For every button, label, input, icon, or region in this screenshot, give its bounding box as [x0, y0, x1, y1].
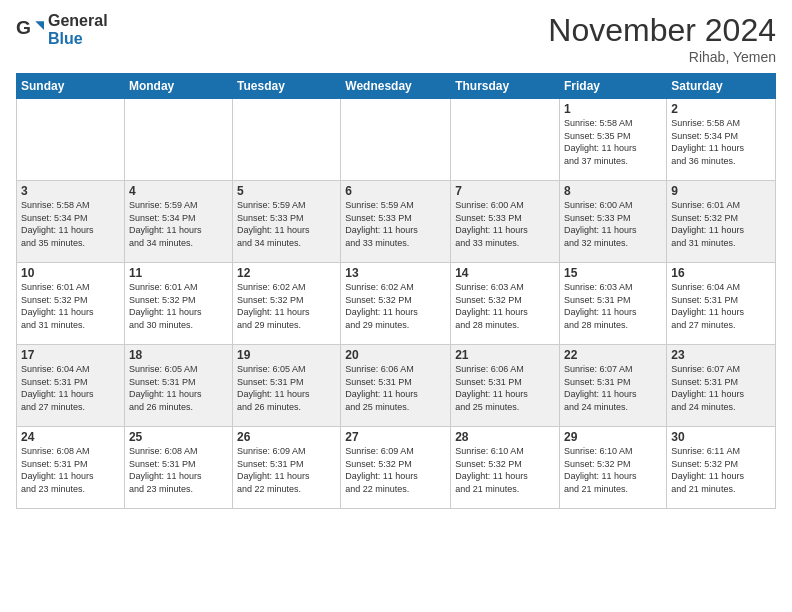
- title-block: November 2024 Rihab, Yemen: [548, 12, 776, 65]
- day-info: Sunrise: 6:01 AMSunset: 5:32 PMDaylight:…: [21, 281, 120, 331]
- calendar-cell: 8Sunrise: 6:00 AMSunset: 5:33 PMDaylight…: [560, 181, 667, 263]
- day-info: Sunrise: 5:59 AMSunset: 5:33 PMDaylight:…: [345, 199, 446, 249]
- day-number: 29: [564, 430, 662, 444]
- day-number: 11: [129, 266, 228, 280]
- calendar-cell: 2Sunrise: 5:58 AMSunset: 5:34 PMDaylight…: [667, 99, 776, 181]
- calendar-cell: [124, 99, 232, 181]
- calendar-cell: 22Sunrise: 6:07 AMSunset: 5:31 PMDayligh…: [560, 345, 667, 427]
- weekday-header-monday: Monday: [124, 74, 232, 99]
- calendar-cell: 16Sunrise: 6:04 AMSunset: 5:31 PMDayligh…: [667, 263, 776, 345]
- day-number: 22: [564, 348, 662, 362]
- calendar-cell: [233, 99, 341, 181]
- week-row-3: 10Sunrise: 6:01 AMSunset: 5:32 PMDayligh…: [17, 263, 776, 345]
- day-number: 25: [129, 430, 228, 444]
- day-info: Sunrise: 6:00 AMSunset: 5:33 PMDaylight:…: [455, 199, 555, 249]
- day-info: Sunrise: 6:03 AMSunset: 5:32 PMDaylight:…: [455, 281, 555, 331]
- calendar-cell: [17, 99, 125, 181]
- calendar-cell: 11Sunrise: 6:01 AMSunset: 5:32 PMDayligh…: [124, 263, 232, 345]
- day-info: Sunrise: 6:05 AMSunset: 5:31 PMDaylight:…: [237, 363, 336, 413]
- weekday-header-sunday: Sunday: [17, 74, 125, 99]
- calendar-cell: 9Sunrise: 6:01 AMSunset: 5:32 PMDaylight…: [667, 181, 776, 263]
- day-info: Sunrise: 6:00 AMSunset: 5:33 PMDaylight:…: [564, 199, 662, 249]
- day-number: 13: [345, 266, 446, 280]
- weekday-header-friday: Friday: [560, 74, 667, 99]
- day-info: Sunrise: 6:06 AMSunset: 5:31 PMDaylight:…: [455, 363, 555, 413]
- logo-icon: G: [16, 16, 44, 44]
- day-number: 14: [455, 266, 555, 280]
- day-number: 15: [564, 266, 662, 280]
- day-number: 6: [345, 184, 446, 198]
- month-title: November 2024: [548, 12, 776, 49]
- day-number: 26: [237, 430, 336, 444]
- calendar-cell: 7Sunrise: 6:00 AMSunset: 5:33 PMDaylight…: [451, 181, 560, 263]
- day-number: 23: [671, 348, 771, 362]
- calendar-cell: 29Sunrise: 6:10 AMSunset: 5:32 PMDayligh…: [560, 427, 667, 509]
- day-number: 7: [455, 184, 555, 198]
- day-info: Sunrise: 6:08 AMSunset: 5:31 PMDaylight:…: [21, 445, 120, 495]
- day-number: 18: [129, 348, 228, 362]
- day-info: Sunrise: 6:07 AMSunset: 5:31 PMDaylight:…: [671, 363, 771, 413]
- calendar-cell: 20Sunrise: 6:06 AMSunset: 5:31 PMDayligh…: [341, 345, 451, 427]
- calendar-cell: 6Sunrise: 5:59 AMSunset: 5:33 PMDaylight…: [341, 181, 451, 263]
- day-number: 9: [671, 184, 771, 198]
- day-number: 30: [671, 430, 771, 444]
- calendar-cell: 4Sunrise: 5:59 AMSunset: 5:34 PMDaylight…: [124, 181, 232, 263]
- day-info: Sunrise: 6:08 AMSunset: 5:31 PMDaylight:…: [129, 445, 228, 495]
- day-number: 12: [237, 266, 336, 280]
- day-info: Sunrise: 6:09 AMSunset: 5:32 PMDaylight:…: [345, 445, 446, 495]
- day-number: 8: [564, 184, 662, 198]
- day-info: Sunrise: 6:04 AMSunset: 5:31 PMDaylight:…: [21, 363, 120, 413]
- day-number: 27: [345, 430, 446, 444]
- day-number: 21: [455, 348, 555, 362]
- calendar-cell: [451, 99, 560, 181]
- calendar-cell: 25Sunrise: 6:08 AMSunset: 5:31 PMDayligh…: [124, 427, 232, 509]
- day-number: 17: [21, 348, 120, 362]
- calendar-cell: 1Sunrise: 5:58 AMSunset: 5:35 PMDaylight…: [560, 99, 667, 181]
- day-info: Sunrise: 6:09 AMSunset: 5:31 PMDaylight:…: [237, 445, 336, 495]
- calendar-cell: 10Sunrise: 6:01 AMSunset: 5:32 PMDayligh…: [17, 263, 125, 345]
- day-info: Sunrise: 6:10 AMSunset: 5:32 PMDaylight:…: [455, 445, 555, 495]
- calendar-cell: 12Sunrise: 6:02 AMSunset: 5:32 PMDayligh…: [233, 263, 341, 345]
- calendar-cell: 17Sunrise: 6:04 AMSunset: 5:31 PMDayligh…: [17, 345, 125, 427]
- day-info: Sunrise: 6:10 AMSunset: 5:32 PMDaylight:…: [564, 445, 662, 495]
- weekday-header-wednesday: Wednesday: [341, 74, 451, 99]
- day-info: Sunrise: 6:11 AMSunset: 5:32 PMDaylight:…: [671, 445, 771, 495]
- day-info: Sunrise: 6:02 AMSunset: 5:32 PMDaylight:…: [237, 281, 336, 331]
- calendar-cell: 5Sunrise: 5:59 AMSunset: 5:33 PMDaylight…: [233, 181, 341, 263]
- day-info: Sunrise: 6:01 AMSunset: 5:32 PMDaylight:…: [129, 281, 228, 331]
- week-row-2: 3Sunrise: 5:58 AMSunset: 5:34 PMDaylight…: [17, 181, 776, 263]
- day-number: 10: [21, 266, 120, 280]
- weekday-header-row: SundayMondayTuesdayWednesdayThursdayFrid…: [17, 74, 776, 99]
- calendar-cell: 15Sunrise: 6:03 AMSunset: 5:31 PMDayligh…: [560, 263, 667, 345]
- day-number: 5: [237, 184, 336, 198]
- calendar-cell: 24Sunrise: 6:08 AMSunset: 5:31 PMDayligh…: [17, 427, 125, 509]
- day-info: Sunrise: 5:59 AMSunset: 5:33 PMDaylight:…: [237, 199, 336, 249]
- logo-general: General: [48, 12, 108, 30]
- calendar-cell: 14Sunrise: 6:03 AMSunset: 5:32 PMDayligh…: [451, 263, 560, 345]
- day-number: 1: [564, 102, 662, 116]
- day-info: Sunrise: 5:58 AMSunset: 5:34 PMDaylight:…: [21, 199, 120, 249]
- day-info: Sunrise: 6:01 AMSunset: 5:32 PMDaylight:…: [671, 199, 771, 249]
- location: Rihab, Yemen: [548, 49, 776, 65]
- header: G General Blue November 2024 Rihab, Yeme…: [16, 12, 776, 65]
- svg-marker-1: [35, 21, 44, 30]
- calendar-cell: 19Sunrise: 6:05 AMSunset: 5:31 PMDayligh…: [233, 345, 341, 427]
- day-number: 3: [21, 184, 120, 198]
- calendar-cell: 21Sunrise: 6:06 AMSunset: 5:31 PMDayligh…: [451, 345, 560, 427]
- calendar-cell: [341, 99, 451, 181]
- calendar-cell: 18Sunrise: 6:05 AMSunset: 5:31 PMDayligh…: [124, 345, 232, 427]
- calendar-cell: 23Sunrise: 6:07 AMSunset: 5:31 PMDayligh…: [667, 345, 776, 427]
- calendar-cell: 13Sunrise: 6:02 AMSunset: 5:32 PMDayligh…: [341, 263, 451, 345]
- logo-text: General Blue: [48, 12, 108, 47]
- day-info: Sunrise: 6:07 AMSunset: 5:31 PMDaylight:…: [564, 363, 662, 413]
- calendar-cell: 3Sunrise: 5:58 AMSunset: 5:34 PMDaylight…: [17, 181, 125, 263]
- day-info: Sunrise: 6:05 AMSunset: 5:31 PMDaylight:…: [129, 363, 228, 413]
- day-number: 4: [129, 184, 228, 198]
- week-row-5: 24Sunrise: 6:08 AMSunset: 5:31 PMDayligh…: [17, 427, 776, 509]
- day-info: Sunrise: 5:58 AMSunset: 5:35 PMDaylight:…: [564, 117, 662, 167]
- week-row-1: 1Sunrise: 5:58 AMSunset: 5:35 PMDaylight…: [17, 99, 776, 181]
- calendar-cell: 27Sunrise: 6:09 AMSunset: 5:32 PMDayligh…: [341, 427, 451, 509]
- weekday-header-saturday: Saturday: [667, 74, 776, 99]
- calendar-cell: 30Sunrise: 6:11 AMSunset: 5:32 PMDayligh…: [667, 427, 776, 509]
- week-row-4: 17Sunrise: 6:04 AMSunset: 5:31 PMDayligh…: [17, 345, 776, 427]
